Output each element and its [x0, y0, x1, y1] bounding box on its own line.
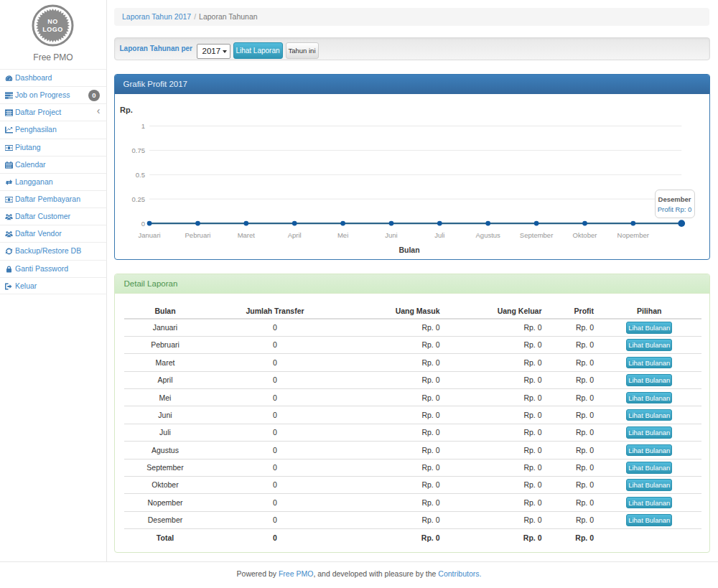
svg-text:Mei: Mei [337, 231, 348, 239]
svg-text:Maret: Maret [237, 231, 255, 239]
svg-text:Pebruari: Pebruari [185, 231, 210, 239]
svg-text:Januari: Januari [138, 231, 160, 239]
svg-text:April: April [287, 231, 301, 239]
svg-text:1: 1 [141, 122, 144, 130]
svg-text:0.5: 0.5 [135, 171, 144, 179]
svg-text:NO: NO [47, 18, 58, 25]
svg-text:Nopember: Nopember [617, 231, 648, 239]
svg-text:Agustus: Agustus [475, 231, 500, 239]
svg-text:Juli: Juli [434, 231, 444, 239]
svg-text:Bulan: Bulan [398, 246, 419, 254]
svg-text:Rp.: Rp. [120, 106, 133, 114]
svg-text:Oktober: Oktober [572, 231, 597, 239]
svg-text:September: September [519, 231, 552, 239]
svg-text:0.25: 0.25 [131, 195, 145, 203]
svg-text:0: 0 [141, 220, 144, 228]
svg-text:Juni: Juni [385, 231, 397, 239]
svg-text:LOGO: LOGO [42, 26, 63, 33]
svg-text:0.75: 0.75 [131, 146, 145, 154]
